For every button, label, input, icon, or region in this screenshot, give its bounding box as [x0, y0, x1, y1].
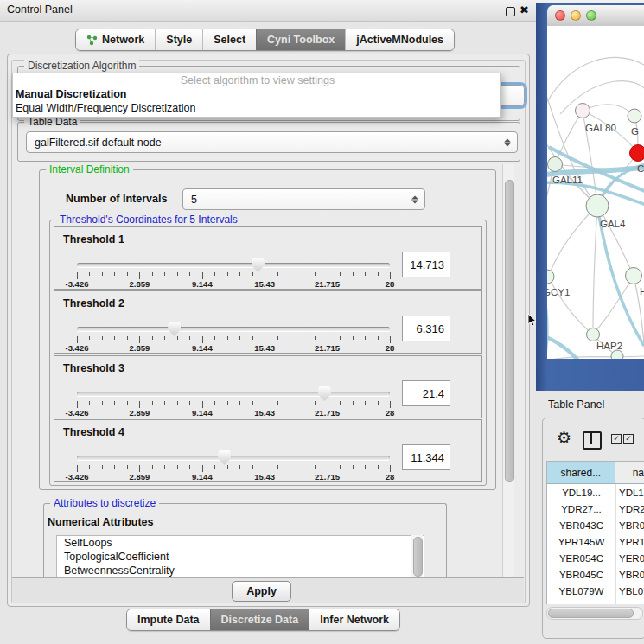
- network-node[interactable]: [586, 194, 609, 217]
- network-node[interactable]: [576, 104, 590, 118]
- slider-tick-labels: -3.4262.8599.14415.4321.71528: [77, 279, 391, 290]
- threshold-2-value-field[interactable]: 6.316: [402, 316, 450, 341]
- cell-shared-name[interactable]: YBR043C: [547, 517, 616, 533]
- table-panel-title: Table Panel: [548, 399, 604, 411]
- column-header-shared-name[interactable]: shared...: [547, 462, 615, 483]
- network-window-titlebar[interactable]: [547, 5, 644, 27]
- network-tab-icon: [86, 35, 98, 46]
- zoom-traffic-light-icon[interactable]: [586, 10, 596, 21]
- discretization-algorithm-title: Discretization Algorithm: [24, 60, 139, 72]
- tab-impute-data[interactable]: Impute Data: [127, 609, 210, 630]
- cell-shared-name[interactable]: YBR045C: [547, 566, 616, 583]
- threshold-2-slider-thumb[interactable]: [168, 322, 181, 336]
- apply-button[interactable]: Apply: [232, 581, 291, 602]
- cell-name[interactable]: YER054C: [616, 550, 644, 566]
- threshold-1-value-field[interactable]: 14.713: [402, 252, 450, 277]
- threshold-2-panel: Threshold 2 -3.4262.8599.14415.4321.7152…: [54, 290, 482, 354]
- node-table[interactable]: shared... na YDL19...YDL19...YDR27...YDR…: [546, 461, 644, 604]
- threshold-1-panel: Threshold 1 -3.4262.8599.14415.4321.7152…: [54, 226, 482, 290]
- tab-infer-network[interactable]: Infer Network: [309, 609, 399, 630]
- cell-name[interactable]: YLR345W: [616, 599, 644, 604]
- tab-discretize-data[interactable]: Discretize Data: [210, 609, 309, 630]
- network-node[interactable]: [630, 145, 644, 162]
- cell-shared-name[interactable]: YPR145W: [547, 533, 616, 550]
- attribute-list-item[interactable]: TopologicalCoefficient: [57, 550, 424, 564]
- network-node[interactable]: [587, 328, 600, 341]
- algorithm-option-manual[interactable]: Manual Discretization: [13, 87, 500, 101]
- column-layout-icon[interactable]: [583, 431, 602, 450]
- table-header-row: shared... na: [547, 462, 644, 484]
- tab-select[interactable]: Select: [202, 29, 256, 50]
- threshold-2-slider-track[interactable]: [77, 327, 390, 331]
- node-label: HAP2: [596, 341, 622, 351]
- table-horizontal-scrollbar[interactable]: [546, 607, 643, 620]
- minimize-traffic-light-icon[interactable]: [571, 10, 581, 21]
- attribute-list-item[interactable]: SelfLoops: [57, 536, 424, 550]
- table-row[interactable]: YDL19...YDL19...: [547, 484, 644, 501]
- number-of-intervals-combobox[interactable]: 5: [182, 188, 425, 210]
- cell-shared-name[interactable]: YER054C: [547, 550, 616, 566]
- tab-network[interactable]: Network: [76, 29, 155, 50]
- network-node[interactable]: [548, 157, 563, 172]
- threshold-4-value-field[interactable]: 11.344: [402, 444, 450, 470]
- network-node[interactable]: [547, 270, 554, 284]
- threshold-2-label: Threshold 2: [63, 297, 124, 309]
- table-data-title: Table Data: [24, 116, 80, 128]
- cell-name[interactable]: YPR145W: [616, 533, 644, 550]
- table-data-group: Table Data galFiltered.sif default node: [17, 122, 520, 162]
- threshold-3-value-field[interactable]: 21.4: [402, 380, 450, 406]
- attribute-list-item[interactable]: BetweennessCentrality: [57, 564, 424, 577]
- settings-scrollbar[interactable]: [502, 164, 514, 577]
- network-node[interactable]: [626, 268, 642, 284]
- cell-shared-name[interactable]: YDL19...: [547, 484, 616, 501]
- combo-arrows-icon: [411, 195, 418, 203]
- slider-tick-labels: -3.4262.8599.14415.4321.71528: [77, 408, 391, 418]
- threshold-3-slider-thumb[interactable]: [318, 386, 331, 401]
- threshold-4-slider-track[interactable]: [77, 456, 390, 460]
- network-node[interactable]: [628, 109, 641, 123]
- cell-shared-name[interactable]: YBL079W: [547, 583, 616, 599]
- tab-cyni-toolbox[interactable]: Cyni Toolbox: [256, 29, 345, 50]
- gear-icon[interactable]: ⚙: [557, 430, 571, 446]
- attributes-group: Attributes to discretize Numerical Attri…: [43, 503, 447, 578]
- threshold-1-slider-thumb[interactable]: [252, 258, 265, 272]
- tab-style[interactable]: Style: [155, 29, 202, 50]
- network-node[interactable]: [611, 350, 623, 359]
- table-row[interactable]: YER054CYER054C: [547, 550, 644, 566]
- threshold-coordinates-title: Threshold's Coordinates for 5 Intervals: [56, 214, 241, 226]
- threshold-1-slider-track[interactable]: [77, 263, 390, 267]
- cell-name[interactable]: YBR043C: [616, 517, 644, 533]
- table-row[interactable]: YBR045CYBR045C: [547, 566, 644, 583]
- table-row[interactable]: YBR043CYBR043C: [547, 517, 644, 533]
- table-panel: ⚙ ✓ ✓ shared... na YDL19...YDL19...YDR27…: [542, 418, 644, 639]
- threshold-4-slider-thumb[interactable]: [218, 450, 231, 465]
- close-icon[interactable]: ✖: [520, 3, 529, 16]
- table-row[interactable]: YDR27...YDR27...: [547, 501, 644, 517]
- cell-name[interactable]: YBL079W: [616, 583, 644, 599]
- algorithm-placeholder-option[interactable]: Select algorithm to view settings: [13, 73, 500, 87]
- threshold-3-panel: Threshold 3 -3.4262.8599.14415.4321.7152…: [54, 355, 482, 418]
- table-row[interactable]: YBL079WYBL079W: [547, 583, 644, 599]
- attributes-list-scrollbar[interactable]: [411, 535, 423, 578]
- checkbox-icon[interactable]: ✓: [611, 434, 622, 444]
- tab-jactivemnodules[interactable]: jActiveMNodules: [345, 29, 454, 50]
- table-hscroll-thumb[interactable]: [548, 609, 634, 618]
- column-header-name[interactable]: na: [615, 462, 644, 483]
- threshold-3-slider-track[interactable]: [77, 392, 390, 396]
- float-window-icon[interactable]: [506, 7, 515, 16]
- table-row[interactable]: YLR345WYLR345W: [547, 599, 644, 604]
- node-label: GAL80: [585, 123, 616, 133]
- network-view-canvas[interactable]: GAL80GCGAL11GAL4GCY1HHAP2: [547, 26, 644, 359]
- cell-name[interactable]: YBR045C: [616, 566, 644, 583]
- cell-shared-name[interactable]: YDR27...: [547, 501, 616, 517]
- numerical-attributes-list[interactable]: SelfLoopsTopologicalCoefficientBetweenne…: [56, 535, 424, 579]
- checkbox-icon[interactable]: ✓: [623, 434, 634, 444]
- table-data-combobox[interactable]: galFiltered.sif default node: [26, 131, 518, 153]
- cell-name[interactable]: YDR27...: [616, 501, 644, 517]
- algorithm-option-equal-width[interactable]: Equal Width/Frequency Discretization: [13, 101, 500, 115]
- top-tab-bar: Network Style Select Cyni Toolbox jActiv…: [75, 29, 455, 51]
- close-traffic-light-icon[interactable]: [555, 10, 565, 21]
- table-row[interactable]: YPR145WYPR145W: [547, 533, 644, 550]
- cell-name[interactable]: YDL19...: [616, 484, 644, 501]
- cell-shared-name[interactable]: YLR345W: [547, 599, 616, 604]
